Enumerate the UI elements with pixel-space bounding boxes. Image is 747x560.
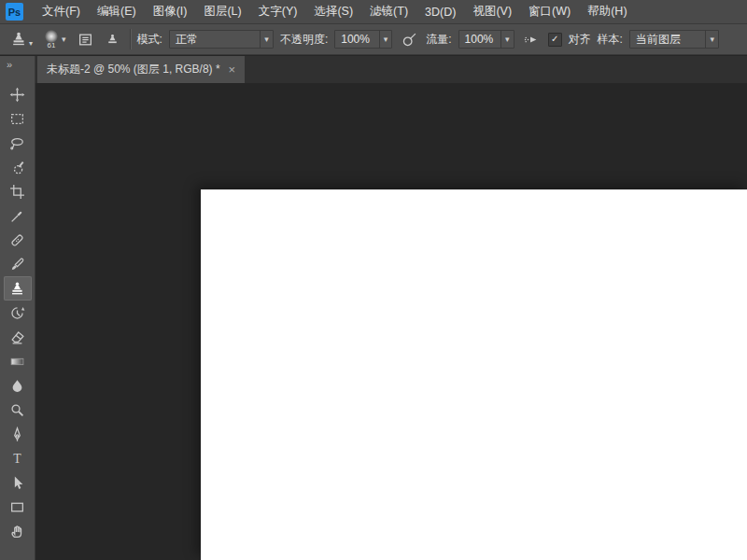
separator [130,29,131,49]
move-icon [9,87,25,103]
rectangle-shape-icon [9,499,25,515]
tool-quick-selection[interactable] [4,155,32,179]
check-icon: ✓ [551,35,558,44]
chevron-down-icon: ▾ [29,40,33,48]
gradient-icon [9,354,25,370]
document-tab-bar: 未标题-2 @ 50% (图层 1, RGB/8) * × [35,56,747,83]
tool-pen[interactable] [4,422,32,446]
photoshop-logo: Ps [6,3,23,21]
healing-brush-icon [9,232,25,248]
flow-label: 流量: [426,32,451,48]
opacity-label: 不透明度: [280,32,328,48]
opacity-value: 100% [341,33,370,46]
tool-hand[interactable] [4,519,32,543]
tool-rectangular-marquee[interactable] [4,106,32,131]
tools-panel: » [0,56,35,560]
tool-eyedropper[interactable] [4,203,32,228]
selection-arrow-icon [9,475,25,491]
sample-label: 样本: [598,32,623,48]
eraser-icon [9,329,25,345]
toggle-brush-panel-button[interactable] [76,29,96,49]
pen-pressure-icon [402,32,417,48]
menu-bar: Ps 文件(F) 编辑(E) 图像(I) 图层(L) 文字(Y) 选择(S) 滤… [0,0,747,24]
tool-crop[interactable] [4,179,32,203]
tab-close-button[interactable]: × [229,63,236,76]
mode-value: 正常 [176,32,198,48]
collapse-panel-button[interactable]: » [0,56,35,73]
brush-preset-picker[interactable]: 61 ▾ [42,29,69,50]
tool-history-brush[interactable] [4,301,32,325]
menu-edit[interactable]: 编辑(E) [89,0,145,23]
crop-icon [9,184,25,200]
tool-type[interactable]: T [4,446,32,470]
marquee-icon [9,111,25,127]
tool-move[interactable] [4,82,32,106]
menu-type[interactable]: 文字(Y) [250,0,306,23]
tool-brush[interactable] [4,252,32,276]
document-tab-title: 未标题-2 @ 50% (图层 1, RGB/8) * [47,62,220,77]
hand-icon [9,524,25,539]
type-icon: T [9,451,25,467]
chevron-down-icon: ▾ [500,31,514,48]
tool-clone-stamp[interactable] [4,276,32,301]
clone-stamp-icon [9,281,25,297]
document-canvas[interactable] [201,189,747,560]
opacity-select[interactable]: 100% ▾ [334,30,392,49]
quick-selection-icon [9,160,25,175]
toggle-clone-source-panel-button[interactable] [103,29,123,49]
menu-file[interactable]: 文件(F) [34,0,89,23]
tool-eraser[interactable] [4,325,32,349]
sample-select[interactable]: 当前图层 ▾ [629,30,719,49]
chevron-down-icon: ▾ [379,31,392,48]
menu-3d[interactable]: 3D(D) [416,0,464,23]
align-label: 对齐 [569,32,591,48]
tool-blur[interactable] [4,373,32,398]
flow-select[interactable]: 100% ▾ [458,30,514,49]
sample-value: 当前图层 [636,32,681,48]
brush-panel-icon [78,32,93,48]
menu-image[interactable]: 图像(I) [145,0,196,23]
tool-path-selection[interactable] [4,470,32,495]
tool-spot-healing-brush[interactable] [4,228,32,252]
clone-stamp-icon [10,31,27,48]
brush-size-value: 61 [48,42,56,49]
clone-source-panel-icon [105,32,120,48]
eyedropper-icon [9,208,25,224]
lasso-icon [9,135,25,151]
menu-select[interactable]: 选择(S) [305,0,361,23]
pen-icon [9,427,25,442]
tool-dodge[interactable] [4,398,32,422]
tool-gradient[interactable] [4,349,32,373]
tool-preset-picker[interactable]: ▾ [7,29,35,49]
menu-view[interactable]: 视图(V) [464,0,520,23]
airbrush-button[interactable] [521,29,542,49]
options-bar: ▾ 61 ▾ 模式: 正常 ▾ 不透明度: 100% ▾ [0,24,747,55]
chevron-down-icon: ▾ [705,31,718,48]
blur-droplet-icon [9,378,25,394]
document-tab[interactable]: 未标题-2 @ 50% (图层 1, RGB/8) * × [37,56,245,83]
mode-select[interactable]: 正常 ▾ [169,30,274,49]
history-brush-icon [9,305,25,321]
flow-value: 100% [465,33,494,46]
chevron-down-icon: ▾ [62,35,66,44]
tool-lasso[interactable] [4,131,32,155]
tools-list: T [0,82,35,543]
tool-rectangle-shape[interactable] [4,495,32,519]
chevron-down-icon: ▾ [260,31,273,48]
mode-label: 模式: [137,32,162,48]
svg-text:T: T [13,451,21,465]
pressure-opacity-button[interactable] [399,29,419,49]
brush-icon [9,257,25,273]
dodge-icon [9,402,25,418]
menu-window[interactable]: 窗口(W) [520,0,579,23]
menu-layer[interactable]: 图层(L) [195,0,249,23]
airbrush-icon [523,32,539,48]
align-checkbox[interactable]: ✓ [548,33,562,47]
menu-help[interactable]: 帮助(H) [579,0,635,23]
menu-filter[interactable]: 滤镜(T) [361,0,416,23]
